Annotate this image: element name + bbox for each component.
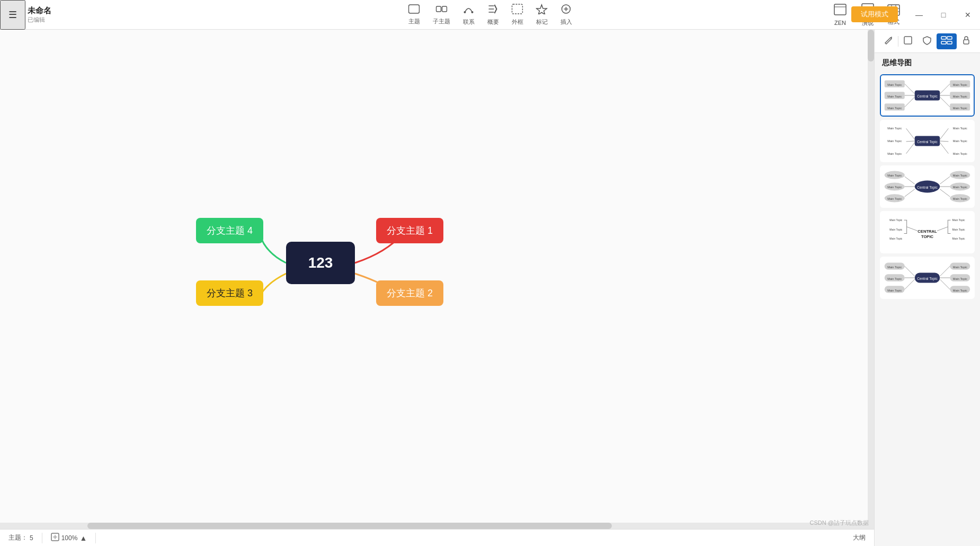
zoom-up-icon[interactable]: ▲ [79,534,87,542]
svg-line-89 [905,266,915,276]
status-separator-1 [42,533,42,543]
svg-text:Main Topic: Main Topic [953,139,967,143]
svg-text:Central Topic: Central Topic [917,94,938,99]
svg-text:Main Topic: Main Topic [887,83,902,86]
zoom-value: 100% [61,534,78,542]
panel-icon-shield[interactable] [918,33,936,49]
svg-text:Main Topic: Main Topic [889,237,903,240]
svg-rect-20 [964,40,969,44]
file-info: 未命名 已编辑 [28,6,51,24]
svg-text:Central Topic: Central Topic [917,140,938,144]
topic-label: 主题： [8,533,28,542]
svg-line-48 [906,143,915,154]
svg-text:Main Topic: Main Topic [953,127,967,130]
panel-icon-lock[interactable] [957,33,975,49]
maximize-button[interactable]: □ [931,0,956,30]
summary-icon [487,4,499,17]
toolbar-topic[interactable]: 主题 [408,4,420,25]
attribution: CSDN @詁子玩点数据 [810,519,869,527]
svg-rect-19 [947,41,952,44]
right-panel: 思维导图 Central Topic Main Topic Main Topic… [874,30,980,546]
branch-node-3[interactable]: 分支主题 3 [196,280,263,306]
central-node[interactable]: 123 [286,242,355,284]
svg-rect-16 [941,37,946,39]
svg-line-98 [940,266,950,276]
horizontal-scrollbar[interactable] [0,523,874,529]
file-status: 已编辑 [28,16,51,24]
topic-icon [408,4,420,16]
outline-button[interactable]: 大纲 [853,533,866,542]
svg-line-74 [940,189,950,197]
map-icon [51,533,59,543]
svg-line-34 [940,84,950,94]
scrollbar-thumb[interactable] [868,30,874,61]
template-card-2[interactable]: Central Topic Main Topic Main Topic Main… [880,120,975,162]
status-bar: 主题： 5 100% ▲ 大纲 [0,529,874,546]
minimize-button[interactable]: — [907,0,931,30]
svg-line-68 [940,177,950,184]
panel-icon-layout[interactable] [937,33,957,49]
svg-line-44 [906,128,915,139]
template-card-5[interactable]: Central Topic Main Topic Main Topic Main… [880,257,975,299]
svg-point-3 [464,11,466,13]
panel-icon-separator [898,36,898,47]
toolbar-insert[interactable]: 插入 [560,4,572,26]
svg-text:TOPIC: TOPIC [921,234,934,239]
right-panel-title: 思维导图 [875,53,980,71]
svg-text:Main Topic: Main Topic [887,174,902,177]
window-controls: — □ ✕ [907,0,980,30]
svg-rect-15 [904,37,912,44]
toolbar-zen[interactable]: ZEN [834,4,847,26]
svg-line-78 [907,227,917,231]
branch-node-2[interactable]: 分支主题 2 [376,280,443,306]
panel-icon-frame[interactable] [899,33,917,49]
svg-point-4 [471,11,474,13]
branch-node-1[interactable]: 分支主题 1 [376,218,443,243]
svg-text:Main Topic: Main Topic [953,266,967,269]
topic-count: 主题： 5 [8,533,33,542]
svg-rect-5 [512,4,523,14]
svg-line-50 [940,128,948,139]
vertical-scrollbar[interactable] [868,30,874,529]
svg-text:Main Topic: Main Topic [887,139,902,143]
svg-rect-1 [436,6,441,12]
svg-line-54 [940,143,948,154]
svg-text:Main Topic: Main Topic [887,186,902,189]
toolbar-mark[interactable]: 标记 [536,4,548,26]
svg-text:Main Topic: Main Topic [952,237,966,240]
connect-icon [463,4,475,17]
toolbar-frame[interactable]: 外框 [512,4,523,26]
canvas-area[interactable]: 123 分支主题 4 分支主题 1 分支主题 3 分支主题 2 [0,30,874,529]
svg-line-40 [940,97,950,107]
svg-text:Main Topic: Main Topic [953,107,967,110]
horizontal-scrollbar-thumb[interactable] [87,523,612,529]
svg-text:Main Topic: Main Topic [952,218,966,222]
svg-line-82 [937,227,948,231]
template-card-4[interactable]: CENTRAL TOPIC Main Topic Main Topic Main… [880,211,975,253]
template-card-3[interactable]: Central Topic Main Topic Main Topic Main… [880,165,975,208]
svg-text:Central Topic: Central Topic [917,277,938,281]
svg-text:Main Topic: Main Topic [953,186,967,189]
try-mode-button[interactable]: 试用模式 [851,6,898,22]
template-list[interactable]: Central Topic Main Topic Main Topic Main… [875,71,980,546]
svg-text:Main Topic: Main Topic [953,277,967,280]
svg-text:Main Topic: Main Topic [887,277,902,280]
svg-text:Main Topic: Main Topic [887,127,902,130]
menu-button[interactable]: ☰ [0,0,25,30]
svg-text:Main Topic: Main Topic [887,95,902,98]
toolbar-connect[interactable]: 联系 [463,4,475,26]
toolbar-center: 主题 子主题 联系 概要 外框 [408,0,572,30]
close-button[interactable]: ✕ [956,0,980,30]
branch-node-4[interactable]: 分支主题 4 [196,218,263,243]
zoom-control[interactable]: 100% ▲ [51,533,87,543]
svg-rect-17 [947,37,952,39]
toolbar-subtopic[interactable]: 子主题 [433,4,450,25]
svg-text:Main Topic: Main Topic [887,197,902,200]
toolbar-summary[interactable]: 概要 [487,4,499,26]
panel-icon-pen[interactable] [879,33,897,49]
template-card-1[interactable]: Central Topic Main Topic Main Topic Main… [880,74,975,117]
svg-line-46 [906,141,915,142]
svg-text:Main Topic: Main Topic [887,266,902,269]
svg-text:Main Topic: Main Topic [952,228,966,231]
status-separator-2 [95,533,96,543]
